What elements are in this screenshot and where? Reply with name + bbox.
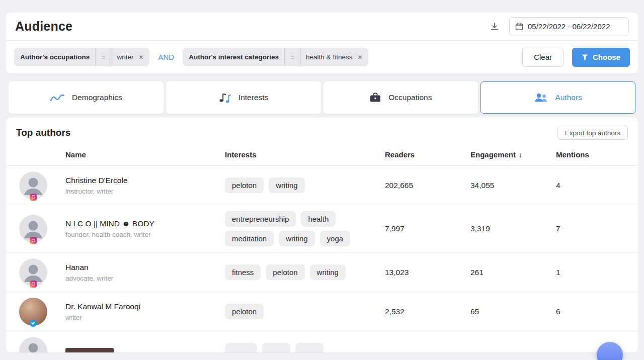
author-subtitle: writer <box>65 314 218 321</box>
export-top-authors-button[interactable]: Export top authors <box>557 126 628 140</box>
author-subtitle: instructor, writer <box>65 188 218 195</box>
author-name[interactable]: Christine D'Ercole <box>65 176 218 185</box>
filter-bar: Author's occupations = writer ✕ AND Auth… <box>6 41 638 73</box>
table-row: Christine D'Ercole instructor, writer pe… <box>6 166 638 205</box>
author-name[interactable]: Hanan <box>65 263 218 272</box>
interest-tag[interactable]: fitness <box>225 264 261 280</box>
interest-tag[interactable]: peloton <box>225 177 264 193</box>
tab-interests[interactable]: Interests <box>166 81 321 114</box>
interest-tag[interactable]: health <box>301 211 336 227</box>
filter-conjunction: AND <box>158 53 174 61</box>
filter-operator: = <box>284 48 300 66</box>
instagram-badge-icon <box>30 194 37 201</box>
author-subtitle: advocate, writer <box>65 275 218 282</box>
mentions-value: 6 <box>556 307 638 316</box>
table-row: N I C O || MIND ☻ BODY founder, health c… <box>6 205 638 253</box>
table-header: Name Interests Readers Engagement ↓ Ment… <box>6 144 638 166</box>
tab-label: Demographics <box>72 93 122 102</box>
interest-tag[interactable]: writing <box>310 264 346 280</box>
engagement-value: 3,319 <box>470 224 556 233</box>
funnel-icon <box>582 54 588 60</box>
sort-descending-icon: ↓ <box>519 151 522 159</box>
readers-value: 7,997 <box>385 224 470 233</box>
table-row: Dr. Kanwal M Farooqi writer peloton 2,53… <box>6 292 638 331</box>
filter-field-label: Author's interest categories <box>189 53 279 61</box>
remove-filter-icon[interactable]: ✕ <box>357 54 362 61</box>
filter-chip-occupations[interactable]: Author's occupations = writer ✕ <box>14 48 149 66</box>
readers-value: 2,532 <box>385 307 470 316</box>
interest-tag[interactable]: writing <box>269 177 304 193</box>
audience-tabs: Demographics Interests Occupations <box>9 81 635 114</box>
top-authors-card: Top authors Export top authors Name Inte… <box>6 118 638 352</box>
filter-value: writer <box>117 53 133 61</box>
filter-operator: = <box>95 48 111 66</box>
avatar <box>19 171 47 200</box>
instagram-badge-icon <box>30 237 37 244</box>
choose-button[interactable]: Choose <box>572 48 630 67</box>
interest-tag[interactable] <box>225 343 257 352</box>
briefcase-icon <box>369 92 381 103</box>
avatar <box>19 215 47 243</box>
interest-tag[interactable]: meditation <box>225 231 274 246</box>
avatar <box>19 298 47 326</box>
download-icon[interactable] <box>490 22 499 31</box>
interest-tag[interactable] <box>295 343 324 352</box>
author-subtitle: founder, health coach, writer <box>65 231 218 238</box>
tab-demographics[interactable]: Demographics <box>9 81 164 114</box>
avatar <box>19 337 47 352</box>
engagement-value: 261 <box>470 268 556 277</box>
interest-tag[interactable] <box>262 343 290 352</box>
avatar <box>19 258 47 287</box>
date-range-value: 05/22/2022 - 06/22/2022 <box>528 22 610 31</box>
author-name[interactable]: Dr. Kanwal M Farooqi <box>65 302 218 311</box>
clear-button[interactable]: Clear <box>522 48 564 67</box>
choose-button-label: Choose <box>593 53 620 61</box>
tab-authors[interactable]: Authors <box>480 81 635 114</box>
readers-value: 202,665 <box>385 181 470 190</box>
column-header-label: Engagement <box>470 150 516 159</box>
filter-field-label: Author's occupations <box>20 53 90 61</box>
column-header-engagement[interactable]: Engagement ↓ <box>470 150 556 159</box>
interest-tag[interactable]: writing <box>279 231 314 246</box>
tab-label: Occupations <box>388 93 432 102</box>
engagement-value: 65 <box>470 307 556 316</box>
interest-tag[interactable]: peloton <box>266 264 304 280</box>
interest-tag[interactable]: entrepreneurship <box>225 211 296 227</box>
author-name[interactable] <box>65 348 114 352</box>
tab-occupations[interactable]: Occupations <box>324 81 478 114</box>
interest-tag[interactable]: yoga <box>320 231 351 246</box>
people-icon <box>534 93 548 103</box>
column-header-readers[interactable]: Readers <box>385 150 470 159</box>
header-row: Audience 05/22/2022 - 06/22/2022 <box>6 13 638 41</box>
line-chart-icon <box>50 93 65 103</box>
section-title: Top authors <box>16 127 70 138</box>
readers-value: 13,023 <box>385 268 470 277</box>
table-row-partial <box>6 331 638 352</box>
remove-filter-icon[interactable]: ✕ <box>138 54 143 61</box>
twitter-badge-icon <box>30 320 37 327</box>
mentions-value: 4 <box>556 181 638 190</box>
table-row: Hanan advocate, writer fitness peloton w… <box>6 253 638 292</box>
page-title: Audience <box>15 19 72 34</box>
music-note-icon <box>218 92 231 103</box>
instagram-badge-icon <box>30 281 37 288</box>
interest-tag[interactable]: peloton <box>225 304 264 319</box>
calendar-icon <box>515 23 523 31</box>
column-header-name[interactable]: Name <box>65 150 225 159</box>
header-card: Audience 05/22/2022 - 06/22/2022 Author'… <box>6 13 638 73</box>
engagement-value: 34,055 <box>470 181 556 190</box>
tab-label: Interests <box>238 93 268 102</box>
tab-label: Authors <box>555 93 582 102</box>
filter-value: health & fitness <box>306 53 352 61</box>
mentions-value: 1 <box>556 268 638 277</box>
mentions-value: 7 <box>556 224 638 233</box>
filter-chip-interest-categories[interactable]: Author's interest categories = health & … <box>183 48 368 66</box>
author-name[interactable]: N I C O || MIND ☻ BODY <box>65 219 218 228</box>
column-header-interests[interactable]: Interests <box>225 150 385 159</box>
date-range-picker[interactable]: 05/22/2022 - 06/22/2022 <box>509 17 629 36</box>
column-header-mentions[interactable]: Mentions <box>556 150 638 159</box>
